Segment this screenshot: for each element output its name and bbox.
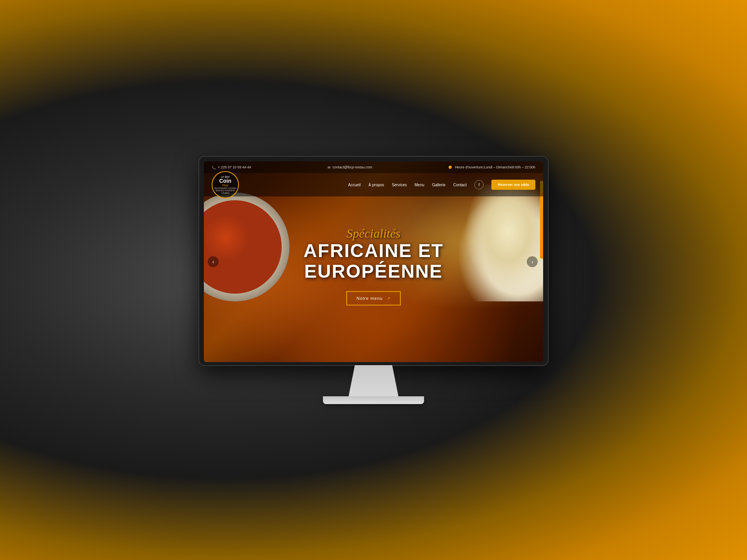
nav-a-propos[interactable]: À propos xyxy=(368,183,384,187)
nav-contact[interactable]: Contact xyxy=(453,183,466,187)
nav-links: Accueil À propos Services Menu Gallerie … xyxy=(348,180,535,190)
nav-menu[interactable]: Menu xyxy=(415,183,424,187)
monitor-frame: + 225 07 10 59 44 44 contact@lbcp-restau… xyxy=(198,156,549,366)
monitor-wrapper: + 225 07 10 59 44 44 contact@lbcp-restau… xyxy=(198,156,549,404)
phone-info: + 225 07 10 59 44 44 xyxy=(212,165,251,170)
reserve-button[interactable]: Réserver une table xyxy=(491,180,535,190)
menu-button-arrow: ↗ xyxy=(387,296,391,300)
logo-coin: Coin xyxy=(219,178,231,184)
hero-main-title: AFRICAINE ET EUROPÉENNE xyxy=(289,241,458,282)
logo-plus: Plus xyxy=(222,184,228,187)
monitor-base xyxy=(323,396,424,404)
carousel-prev-button[interactable]: ‹ xyxy=(208,256,219,267)
top-info-bar: + 225 07 10 59 44 44 contact@lbcp-restau… xyxy=(204,161,543,173)
email-info: contact@lbcp-restau.com xyxy=(328,165,372,170)
logo-subtitle: RESTAURANT CUISINESERVICE INTERIEURLOUNG… xyxy=(214,187,236,194)
carousel-next-button[interactable]: › xyxy=(527,256,538,267)
facebook-icon: f xyxy=(479,183,480,187)
plate-right-decoration xyxy=(458,185,543,301)
hero-content: Spécialités AFRICAINE ET EUROPÉENNE Notr… xyxy=(289,226,458,306)
monitor-neck xyxy=(342,365,405,396)
navbar: Le Bon Coin Plus RESTAURANT CUISINESERVI… xyxy=(204,173,543,196)
nav-gallerie[interactable]: Gallerie xyxy=(432,183,445,187)
monitor-screen: + 225 07 10 59 44 44 contact@lbcp-restau… xyxy=(204,161,543,362)
menu-button[interactable]: Notre menu ↗ xyxy=(346,291,401,305)
logo[interactable]: Le Bon Coin Plus RESTAURANT CUISINESERVI… xyxy=(212,171,239,198)
email-address: contact@lbcp-restau.com xyxy=(333,165,372,169)
hero-specialites-text: Spécialités xyxy=(289,226,458,241)
phone-number: + 225 07 10 59 44 44 xyxy=(218,165,251,169)
nav-services[interactable]: Services xyxy=(392,183,407,187)
nav-accueil[interactable]: Accueil xyxy=(348,183,361,187)
opening-hours: Heure d'ouverture:Lundi – Dimanche8:00h … xyxy=(455,165,535,169)
phone-icon xyxy=(212,165,216,170)
email-icon xyxy=(328,165,331,170)
menu-button-label: Notre menu xyxy=(356,296,382,300)
desktop-background: + 225 07 10 59 44 44 contact@lbcp-restau… xyxy=(198,156,549,404)
facebook-link[interactable]: f xyxy=(474,180,484,189)
hours-info: Heure d'ouverture:Lundi – Dimanche8:00h … xyxy=(449,165,535,169)
logo-area: Le Bon Coin Plus RESTAURANT CUISINESERVI… xyxy=(212,171,239,198)
clock-icon xyxy=(449,166,452,169)
